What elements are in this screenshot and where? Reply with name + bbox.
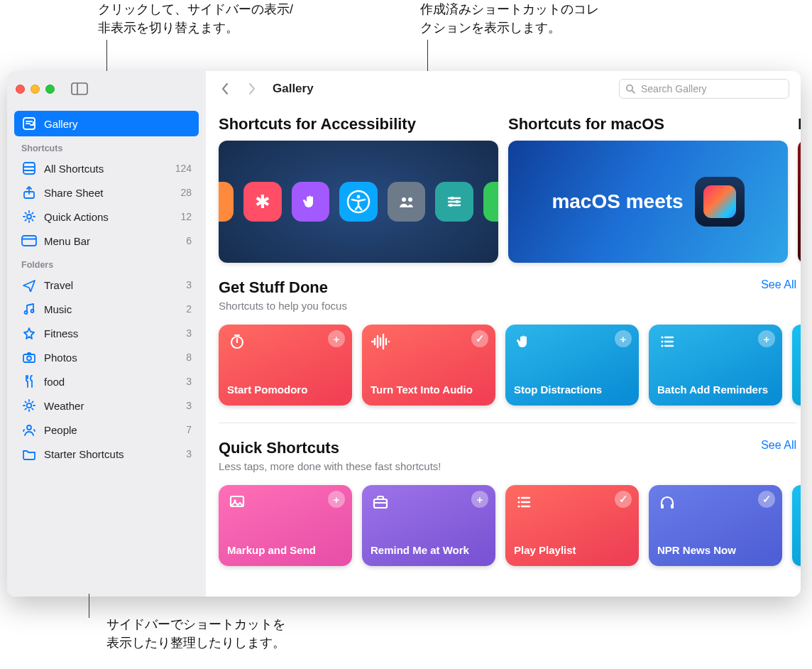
sun-icon [21, 398, 37, 413]
sidebar-item-count: 124 [175, 163, 192, 174]
shortcut-card-npr-news-now[interactable]: ✓NPR News Now [649, 485, 782, 566]
shortcut-card-remind-me-at-work[interactable]: +Remind Me at Work [362, 485, 495, 566]
minimize-button[interactable] [31, 85, 40, 94]
callout-line [89, 594, 89, 618]
sidebar-item-label: All Shortcuts [44, 163, 104, 175]
app-window: Gallery Shortcuts All Shortcuts124Share … [7, 71, 801, 597]
forward-button[interactable] [240, 80, 264, 98]
svg-point-20 [451, 197, 454, 200]
svg-point-24 [661, 336, 663, 338]
sidebar-item-photos[interactable]: Photos8 [14, 345, 199, 369]
people-icon [21, 422, 37, 437]
sidebar-item-music[interactable]: Music2 [14, 297, 199, 321]
plus-icon[interactable]: + [328, 330, 345, 347]
plus-icon[interactable]: + [328, 491, 345, 508]
sidebar-item-label: Photos [44, 352, 77, 364]
svg-rect-34 [671, 504, 674, 508]
shortcut-card-start-pomodoro[interactable]: +Start Pomodoro [219, 325, 352, 406]
svg-point-22 [449, 204, 452, 207]
asterisk-icon: ✱ [243, 182, 282, 222]
sidebar-item-food[interactable]: food3 [14, 369, 199, 393]
svg-point-17 [357, 195, 361, 199]
shortcut-card-turn-text-into-audio[interactable]: ✓Turn Text Into Audio [362, 325, 495, 406]
section-get_stuff_done: Get Stuff DoneShortcuts to help you focu… [217, 263, 801, 423]
card-label: Turn Text Into Audio [371, 384, 487, 397]
camera-icon [21, 349, 37, 365]
sidebar-item-label: Weather [44, 400, 84, 412]
people-icon [388, 182, 426, 222]
back-button[interactable] [213, 80, 237, 98]
sidebar-item-count: 28 [180, 187, 192, 198]
section-subtitle: Shortcuts to help you focus [219, 300, 347, 312]
chevron-right-icon [248, 82, 256, 95]
plus-icon[interactable]: + [471, 491, 488, 508]
sidebar-item-label: Gallery [44, 118, 78, 130]
hero-row: Shortcuts for Accessibility✱Shortcuts fo… [217, 109, 801, 263]
plane-icon [21, 277, 37, 293]
sidebar-item-quick-actions[interactable]: Quick Actions12 [14, 205, 199, 229]
sidebar-item-gallery[interactable]: Gallery [14, 111, 199, 136]
plus-icon[interactable]: + [758, 330, 775, 347]
list-icon [514, 492, 534, 512]
sidebar-item-label: Menu Bar [44, 235, 90, 247]
sidebar-item-label: Quick Actions [44, 211, 109, 223]
sidebar-item-count: 3 [186, 327, 192, 339]
list-icon [657, 332, 677, 352]
hero-banner-macos[interactable]: macOS meets [508, 141, 788, 263]
sidebar-section-folders: Folders [14, 253, 199, 273]
sidebar-item-weather[interactable]: Weather3 [14, 393, 199, 418]
shortcut-card-play-playlist[interactable]: ✓Play Playlist [505, 485, 639, 566]
grid-icon [21, 161, 37, 176]
sidebar-item-people[interactable]: People7 [14, 418, 199, 442]
callout-top-left: クリックして、サイドバーの表示/ 非表示を切り替えます。 [98, 0, 293, 37]
sidebar-item-all-shortcuts[interactable]: All Shortcuts124 [14, 156, 199, 180]
svg-rect-0 [72, 83, 87, 94]
chip-icon [219, 182, 234, 222]
see-all-link[interactable]: See All [761, 439, 799, 452]
fork-icon [21, 374, 37, 389]
sidebar-item-count: 3 [186, 400, 192, 411]
music-icon [21, 301, 37, 317]
svg-point-21 [456, 200, 459, 203]
zoom-button[interactable] [45, 85, 55, 94]
section-title: Quick Shortcuts [219, 439, 441, 457]
sidebar-item-label: Music [44, 303, 72, 315]
card-label: Remind Me at Work [371, 544, 487, 558]
titlebar [7, 71, 206, 107]
sidebar-item-menu-bar[interactable]: Menu Bar6 [14, 229, 199, 253]
svg-point-31 [517, 501, 520, 503]
sidebar-item-label: Share Sheet [44, 187, 103, 199]
sidebar-item-fitness[interactable]: Fitness3 [14, 321, 199, 345]
shortcut-card-markup-and-send[interactable]: +Markup and Send [219, 485, 352, 566]
sidebar-item-count: 3 [186, 376, 192, 387]
sidebar-list: Gallery Shortcuts All Shortcuts124Share … [7, 107, 206, 474]
search-input[interactable] [640, 82, 783, 95]
sidebar-item-count: 3 [186, 448, 192, 459]
folder-icon [21, 446, 37, 462]
sidebar-icon [71, 82, 88, 95]
svg-rect-33 [661, 504, 664, 508]
plus-icon[interactable]: + [615, 330, 632, 347]
checkmark-icon[interactable]: ✓ [615, 491, 632, 508]
sidebar-item-starter-shortcuts[interactable]: Starter Shortcuts3 [14, 442, 199, 466]
shortcut-card-peek[interactable] [792, 485, 801, 566]
checkmark-icon[interactable]: ✓ [758, 491, 775, 508]
search-field[interactable] [619, 79, 789, 99]
share-icon [21, 185, 37, 200]
sidebar-item-count: 6 [186, 235, 192, 246]
window-controls [16, 85, 55, 94]
see-all-link[interactable]: See All [761, 278, 799, 291]
sidebar-item-share-sheet[interactable]: Share Sheet28 [14, 180, 199, 205]
shortcut-card-peek[interactable] [792, 325, 801, 406]
card-label: Batch Add Reminders [657, 384, 774, 397]
shortcut-card-batch-add-reminders[interactable]: +Batch Add Reminders [649, 325, 782, 406]
shortcut-card-stop-distractions[interactable]: +Stop Distractions [505, 325, 639, 406]
hero-banner-a11y[interactable]: ✱ [219, 141, 498, 263]
close-button[interactable] [16, 85, 25, 94]
sidebar-toggle-button[interactable] [69, 80, 90, 97]
breadcrumb: Gallery [273, 82, 314, 96]
checkmark-icon[interactable]: ✓ [471, 330, 488, 347]
hero-banner-peek[interactable] [798, 141, 801, 263]
sidebar-item-travel[interactable]: Travel3 [14, 273, 199, 297]
svg-point-26 [661, 344, 663, 347]
